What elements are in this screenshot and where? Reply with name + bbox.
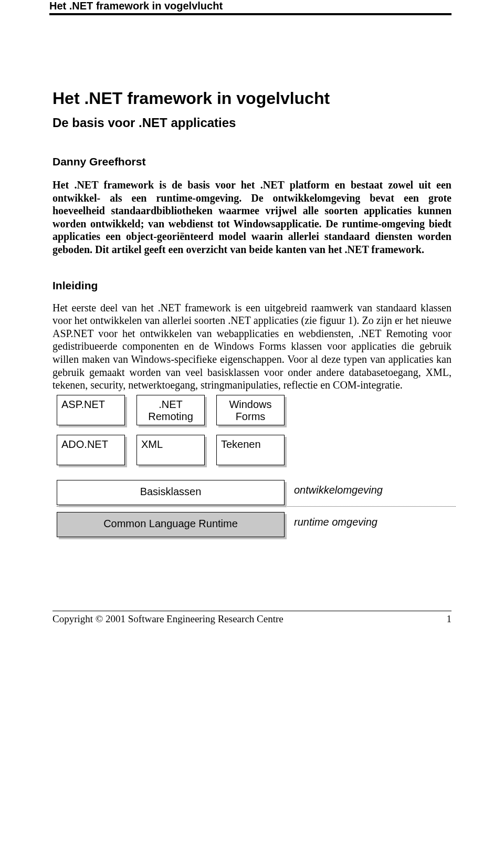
diagram-annotation-runtime: runtime omgeving <box>294 512 377 528</box>
author-name: Danny Greefhorst <box>52 155 452 168</box>
footer-page-number: 1 <box>447 613 452 625</box>
section-heading-inleiding: Inleiding <box>52 279 452 292</box>
diagram-box-remoting: .NET Remoting <box>136 395 205 425</box>
diagram-box-winforms: Windows Forms <box>216 395 285 425</box>
diagram-box-basisklassen: Basisklassen <box>57 480 285 505</box>
diagram-box-adonet: ADO.NET <box>57 435 125 465</box>
diagram-divider <box>57 506 456 507</box>
diagram-annotation-ontwikkel: ontwikkelomgeving <box>294 480 383 496</box>
page-subtitle: De basis voor .NET applicaties <box>52 116 452 130</box>
footer-copyright: Copyright © 2001 Software Engineering Re… <box>52 613 284 625</box>
footer-rule <box>52 611 452 611</box>
diagram-box-tekenen: Tekenen <box>216 435 285 465</box>
abstract-paragraph: Het .NET framework is de basis voor het … <box>52 179 452 256</box>
page-title: Het .NET framework in vogelvlucht <box>52 89 452 108</box>
running-header: Het .NET framework in vogelvlucht <box>49 0 452 15</box>
diagram-box-xml: XML <box>136 435 205 465</box>
diagram-box-aspnet: ASP.NET <box>57 395 125 425</box>
diagram-box-clr: Common Language Runtime <box>57 512 285 537</box>
architecture-diagram: ASP.NET .NET Remoting Windows Forms ADO.… <box>57 395 452 537</box>
body-paragraph: Het eerste deel van het .NET framework i… <box>52 301 452 392</box>
